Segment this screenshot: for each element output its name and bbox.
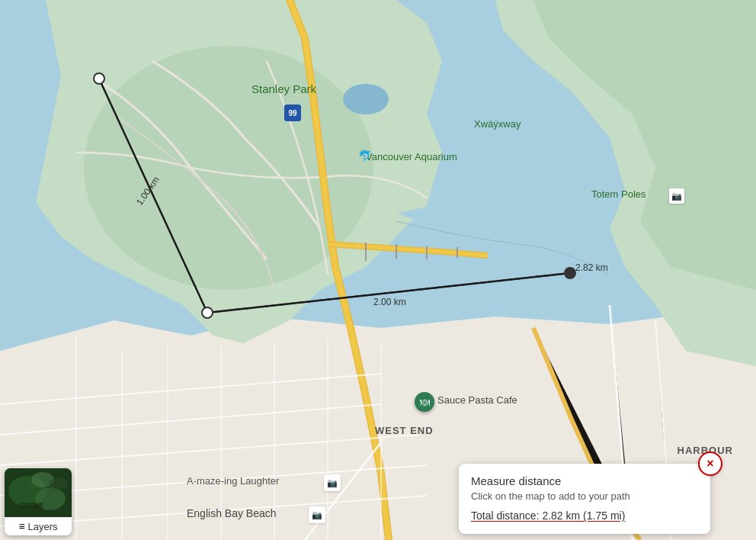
- pasta-cafe-icon: 🍽: [415, 392, 434, 412]
- measure-popup-subtitle: Click on the map to add to your path: [471, 490, 698, 502]
- aquarium-icon: 🐬: [358, 149, 371, 162]
- measure-popup-title: Measure distance: [471, 474, 698, 487]
- measure-popup-distance: Total distance: 2.82 km (1.75 mi): [471, 509, 698, 522]
- map-container[interactable]: 1.00 km 2.00 km 2.82 km Stanley Park Van…: [0, 0, 756, 540]
- amazing-laughter-icon: 📷: [324, 474, 341, 491]
- layers-label: Layers: [28, 521, 58, 532]
- layers-stack-icon: ≡: [18, 520, 24, 532]
- english-bay-icon: 📷: [309, 506, 325, 523]
- svg-rect-33: [20, 503, 43, 509]
- highway-99-shield: 99: [284, 104, 301, 121]
- svg-point-34: [49, 477, 67, 490]
- measure-distance-popup: × Measure distance Click on the map to a…: [459, 464, 710, 534]
- layers-button[interactable]: ≡ Layers: [5, 468, 72, 535]
- map-background: [0, 0, 756, 540]
- measure-close-button[interactable]: ×: [698, 452, 722, 476]
- layers-thumbnail: [5, 468, 72, 517]
- totem-poles-icon: 📷: [669, 188, 684, 204]
- layers-label-bar: ≡ Layers: [5, 517, 72, 535]
